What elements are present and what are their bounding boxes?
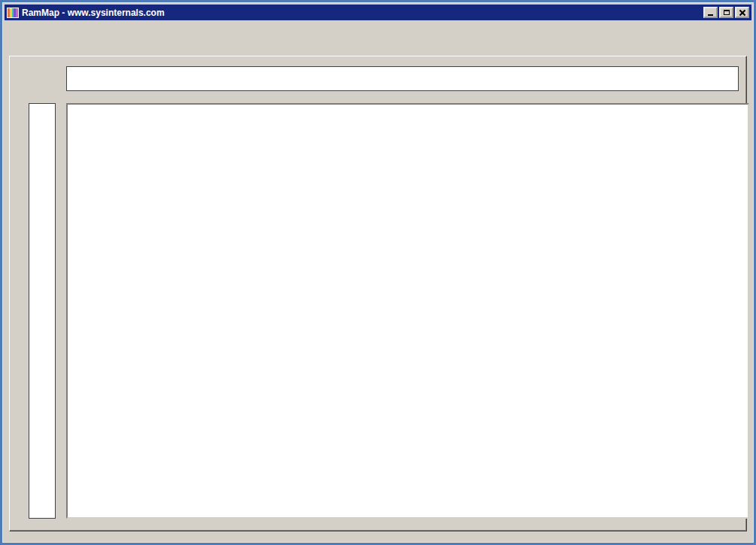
- close-button[interactable]: [735, 7, 749, 18]
- window-controls: [703, 7, 749, 18]
- close-icon: [739, 10, 745, 16]
- rammap-window: RamMap - www.sysinternals.com: [2, 2, 754, 543]
- window-title: RamMap - www.sysinternals.com: [22, 8, 165, 18]
- use-counts-tab-panel: [9, 56, 747, 531]
- titlebar[interactable]: RamMap - www.sysinternals.com: [5, 5, 751, 20]
- maximize-icon: [724, 10, 730, 15]
- tabstrip: [9, 39, 747, 56]
- usage-bar: [29, 103, 56, 519]
- icon-stripe: [16, 8, 18, 17]
- maximize-button[interactable]: [719, 7, 733, 18]
- physical-memory-bar: [66, 66, 739, 91]
- minimize-button[interactable]: [703, 7, 718, 18]
- rammap-app-icon: [7, 8, 19, 18]
- minimize-icon: [708, 14, 713, 16]
- window-frame: RamMap - www.sysinternals.com: [0, 0, 756, 545]
- physical-memory-bar-segments: [68, 68, 737, 90]
- usage-bar-segments: [30, 105, 54, 517]
- menubar: [5, 20, 751, 35]
- table-header: [68, 105, 748, 118]
- use-counts-table: [66, 103, 749, 519]
